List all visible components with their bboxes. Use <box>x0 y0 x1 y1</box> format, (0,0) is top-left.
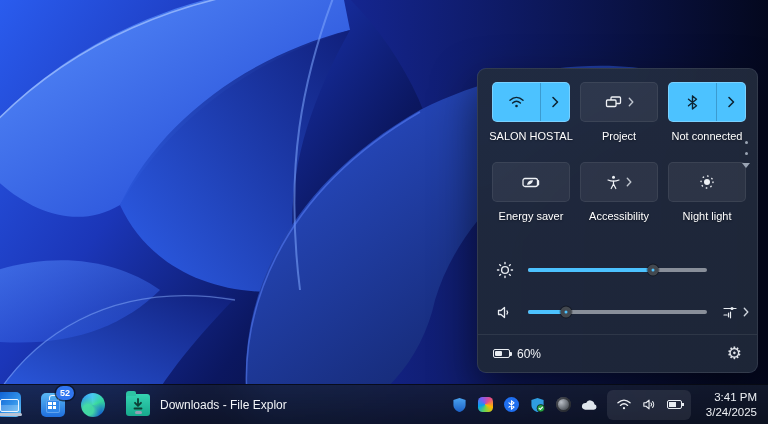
brightness-slider[interactable] <box>528 261 707 279</box>
brightness-track[interactable] <box>528 268 707 272</box>
windows-security-shield-icon[interactable] <box>451 396 468 413</box>
onedrive-cloud-icon[interactable] <box>581 396 598 413</box>
bluetooth-toggle-label: Not connected <box>672 129 743 143</box>
night-light-label: Night light <box>683 209 732 223</box>
wifi-toggle-button[interactable] <box>492 82 570 122</box>
taskbar-mail-app[interactable] <box>0 392 26 418</box>
brightness-fill <box>528 268 653 272</box>
explorer-active-indicator <box>135 411 142 414</box>
bluetooth-toggle-cell: Not connected <box>668 82 746 143</box>
battery-icon <box>493 349 510 358</box>
volume-row <box>478 292 757 332</box>
quick-toggles-grid: SALON HOSTAL Project <box>478 69 757 223</box>
accessibility-toggle-cell: Accessibility <box>580 162 658 223</box>
project-label: Project <box>602 129 636 143</box>
wifi-expand-chevron-icon[interactable] <box>540 83 569 121</box>
night-light-toggle-cell: Night light <box>668 162 746 223</box>
page-dot <box>745 152 748 155</box>
brightness-thumb[interactable] <box>648 265 659 276</box>
battery-status[interactable]: 60% <box>493 347 541 361</box>
qs-footer: 60% ⚙ <box>478 334 757 372</box>
edge-browser-icon <box>81 393 105 417</box>
circular-app-icon[interactable] <box>555 396 572 413</box>
project-icon <box>605 95 622 109</box>
energy-saver-icon <box>522 176 541 189</box>
accessibility-icon <box>607 175 620 190</box>
volume-thumb[interactable] <box>560 307 571 318</box>
store-notification-badge: 52 <box>56 386 74 400</box>
battery-percent-label: 60% <box>517 347 541 361</box>
wifi-icon[interactable] <box>493 83 540 121</box>
copilot-icon[interactable] <box>477 396 494 413</box>
project-button[interactable] <box>580 82 658 122</box>
wifi-toggle-label: SALON HOSTAL <box>489 129 573 143</box>
downloads-folder-icon <box>126 394 150 416</box>
page-dot <box>745 141 748 144</box>
accessibility-label: Accessibility <box>589 209 649 223</box>
copilot-glyph <box>478 397 493 412</box>
audio-output-selector[interactable] <box>723 305 749 319</box>
bluetooth-icon[interactable] <box>669 83 716 121</box>
qs-page-indicator <box>742 141 750 168</box>
bluetooth-tray-glyph <box>504 397 519 412</box>
taskbar-store-app[interactable]: 52 <box>40 392 66 418</box>
tray-wifi-icon <box>616 398 632 411</box>
bluetooth-tray-icon[interactable] <box>503 396 520 413</box>
energy-saver-toggle-cell: Energy saver <box>492 162 570 223</box>
audio-output-icon <box>723 305 738 319</box>
brightness-row <box>478 250 757 290</box>
battery-fill <box>495 351 502 356</box>
accessibility-button[interactable] <box>580 162 658 202</box>
taskbar: 52 Downloads - File Explor <box>0 384 768 424</box>
quick-settings-panel: SALON HOSTAL Project <box>477 68 758 373</box>
audio-output-chevron-icon <box>743 307 749 317</box>
tray-battery-icon <box>667 400 682 409</box>
clock-time: 3:41 PM <box>714 390 757 405</box>
taskbar-left-apps: 52 Downloads - File Explor <box>0 385 293 424</box>
brightness-icon <box>494 261 516 279</box>
bluetooth-expand-chevron-icon[interactable] <box>716 83 745 121</box>
mail-active-indicator <box>0 413 22 416</box>
volume-slider[interactable] <box>528 303 707 321</box>
wifi-toggle-cell: SALON HOSTAL <box>492 82 570 143</box>
settings-gear-icon[interactable]: ⚙ <box>727 345 742 362</box>
taskbar-edge-app[interactable] <box>80 392 106 418</box>
accessibility-chevron-icon <box>626 177 632 187</box>
taskbar-system-tray: 3:41 PM 3/24/2025 <box>451 385 763 424</box>
taskbar-file-explorer-task[interactable]: Downloads - File Explor <box>120 385 293 424</box>
energy-saver-button[interactable] <box>492 162 570 202</box>
bluetooth-toggle-button[interactable] <box>668 82 746 122</box>
explorer-task-label: Downloads - File Explor <box>160 398 287 412</box>
project-toggle-cell: Project <box>580 82 658 143</box>
page-down-arrow-icon[interactable] <box>742 163 750 168</box>
quick-settings-tray-button[interactable] <box>607 390 691 420</box>
night-light-icon <box>699 174 715 190</box>
tray-volume-icon <box>642 398 657 411</box>
download-arrow-icon <box>133 398 143 410</box>
clock-date: 3/24/2025 <box>706 405 757 420</box>
circular-app-glyph <box>556 397 571 412</box>
volume-track[interactable] <box>528 310 707 314</box>
taskbar-clock[interactable]: 3:41 PM 3/24/2025 <box>700 390 763 420</box>
volume-icon <box>494 305 516 320</box>
energy-saver-label: Energy saver <box>499 209 564 223</box>
tray-battery-fill <box>669 402 677 407</box>
store-window-glyph <box>48 402 56 409</box>
night-light-button[interactable] <box>668 162 746 202</box>
project-chevron-icon <box>628 97 634 107</box>
defender-status-shield-icon[interactable] <box>529 396 546 413</box>
desktop: SALON HOSTAL Project <box>0 0 768 424</box>
